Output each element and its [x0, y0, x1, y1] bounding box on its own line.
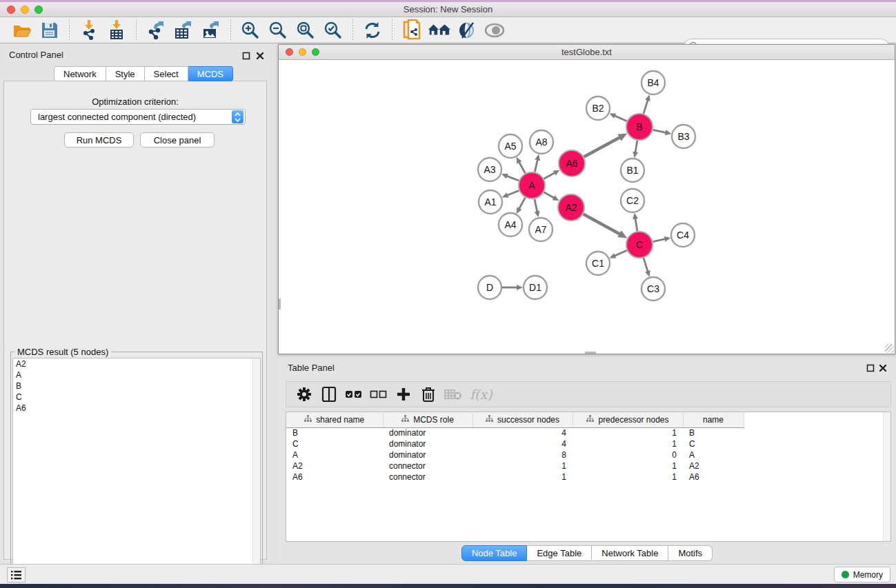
hide-graphics-details-icon[interactable]: [455, 19, 479, 41]
cell-name[interactable]: A6: [683, 472, 744, 483]
cell-predecessor-nodes[interactable]: 0: [573, 449, 683, 460]
network-graph[interactable]: B4B2BB3A8A5A6A3B1AC2A1A2A4A7C4CC1C3DD1: [279, 60, 895, 354]
mcds-result-list[interactable]: A2ABCA6: [12, 358, 261, 588]
trash-icon[interactable]: [418, 384, 439, 405]
edge-A2-C[interactable]: [584, 214, 621, 235]
close-panel-button[interactable]: Close panel: [140, 132, 215, 148]
column-header-predecessor-nodes[interactable]: predecessor nodes: [573, 412, 683, 427]
zoom-network-button[interactable]: [312, 48, 319, 56]
zoom-out-icon[interactable]: [266, 19, 290, 41]
cell-name[interactable]: C: [683, 438, 744, 449]
network-window-titlebar[interactable]: testGlobe.txt: [279, 45, 895, 60]
edge-A6-B[interactable]: [584, 137, 621, 157]
task-history-button[interactable]: [7, 567, 26, 582]
edge-A-A1[interactable]: [506, 190, 519, 195]
zoom-fit-icon[interactable]: [294, 19, 317, 41]
zoom-window-button[interactable]: [34, 6, 43, 14]
minimize-network-button[interactable]: [299, 48, 306, 56]
column-header-name[interactable]: name: [683, 412, 744, 427]
edge-C-C2[interactable]: [635, 218, 637, 232]
column-header-shared-name[interactable]: shared name: [286, 412, 383, 427]
add-icon[interactable]: [393, 384, 414, 405]
result-item[interactable]: A: [13, 369, 260, 381]
gear-icon[interactable]: [294, 384, 315, 405]
node-table[interactable]: shared nameMCDS rolesuccessor nodesprede…: [286, 412, 891, 542]
tab-mcds[interactable]: MCDS: [188, 66, 233, 81]
cell-MCDS-role[interactable]: dominator: [383, 427, 472, 438]
columns-icon[interactable]: [319, 384, 339, 405]
cell-shared-name[interactable]: C: [286, 438, 383, 449]
deselect-all-icon[interactable]: [368, 384, 389, 405]
home-icon[interactable]: [428, 19, 451, 41]
tab-select[interactable]: Select: [145, 66, 188, 81]
zoom-in-icon[interactable]: [239, 19, 262, 41]
tab-node-table[interactable]: Node Table: [461, 545, 528, 561]
toggle-view-icon[interactable]: [483, 19, 506, 41]
result-item[interactable]: A2: [13, 358, 260, 369]
import-network-icon[interactable]: [77, 19, 101, 41]
result-scrollbar[interactable]: [252, 358, 260, 587]
edge-C-C1[interactable]: [614, 250, 627, 256]
table-row[interactable]: Adominator80A: [286, 449, 879, 460]
select-all-icon[interactable]: [344, 384, 364, 405]
cell-predecessor-nodes[interactable]: 1: [573, 472, 683, 483]
cell-shared-name[interactable]: A2: [286, 460, 383, 472]
cell-predecessor-nodes[interactable]: 1: [573, 427, 683, 438]
cell-MCDS-role[interactable]: dominator: [383, 449, 472, 460]
network-canvas[interactable]: B4B2BB3A8A5A6A3B1AC2A1A2A4A7C4CC1C3DD1: [279, 60, 895, 354]
export-image-icon[interactable]: [199, 19, 223, 41]
cell-successor-nodes[interactable]: 4: [472, 438, 573, 449]
cell-MCDS-role[interactable]: connector: [383, 460, 472, 472]
cell-name[interactable]: A2: [683, 460, 744, 472]
edge-B-B4[interactable]: [644, 99, 648, 114]
column-header-MCDS-role[interactable]: MCDS role: [383, 412, 472, 427]
float-panel-icon[interactable]: [242, 50, 251, 59]
export-table-icon[interactable]: [172, 19, 195, 41]
cell-predecessor-nodes[interactable]: 1: [573, 460, 683, 472]
result-item[interactable]: A6: [13, 403, 260, 414]
import-table-icon[interactable]: [105, 19, 128, 41]
tab-motifs[interactable]: Motifs: [668, 545, 713, 561]
close-window-button[interactable]: [7, 6, 15, 14]
result-item[interactable]: B: [13, 381, 260, 392]
table-row[interactable]: A2connector11A2: [286, 460, 879, 472]
cell-MCDS-role[interactable]: dominator: [383, 438, 472, 449]
close-panel-icon[interactable]: [256, 50, 265, 59]
cell-name[interactable]: B: [683, 427, 744, 438]
export-network-icon[interactable]: [144, 19, 168, 41]
edge-B-B1[interactable]: [635, 141, 637, 154]
save-session-icon[interactable]: [38, 19, 61, 41]
edge-B-B3[interactable]: [653, 130, 667, 132]
cell-MCDS-role[interactable]: connector: [383, 472, 472, 483]
table-scrollbar[interactable]: [883, 412, 890, 541]
close-network-button[interactable]: [286, 48, 293, 56]
criterion-dropdown[interactable]: largest connected component (directed): [30, 109, 246, 125]
edge-A-A7[interactable]: [535, 199, 537, 213]
edge-A-A8[interactable]: [535, 159, 537, 172]
table-row[interactable]: Cdominator41C: [286, 438, 879, 449]
tab-network-table[interactable]: Network Table: [592, 545, 668, 561]
cell-successor-nodes[interactable]: 8: [472, 449, 573, 460]
delete-table-icon[interactable]: [443, 384, 464, 405]
table-row[interactable]: A6connector11A6: [286, 472, 879, 483]
memory-button[interactable]: Memory: [834, 567, 890, 582]
edge-A-A2[interactable]: [544, 192, 555, 199]
cell-successor-nodes[interactable]: 1: [472, 472, 573, 483]
cell-shared-name[interactable]: A6: [286, 472, 383, 483]
result-item[interactable]: C: [13, 392, 260, 403]
table-row[interactable]: Bdominator41B: [286, 427, 879, 438]
edge-C-C3[interactable]: [644, 258, 648, 272]
edge-A-A3[interactable]: [506, 176, 519, 181]
resize-grip-icon[interactable]: [885, 344, 894, 353]
cell-successor-nodes[interactable]: 4: [472, 427, 573, 438]
float-table-panel-icon[interactable]: [866, 363, 875, 372]
minimize-window-button[interactable]: [21, 6, 29, 14]
column-header-successor-nodes[interactable]: successor nodes: [472, 412, 573, 427]
refresh-icon[interactable]: [361, 19, 384, 41]
edge-A-A6[interactable]: [544, 172, 556, 179]
cell-shared-name[interactable]: A: [286, 449, 383, 460]
tab-network[interactable]: Network: [54, 66, 106, 81]
edge-B-B2[interactable]: [614, 115, 627, 121]
open-session-icon[interactable]: [10, 19, 34, 41]
tab-edge-table[interactable]: Edge Table: [527, 545, 592, 561]
